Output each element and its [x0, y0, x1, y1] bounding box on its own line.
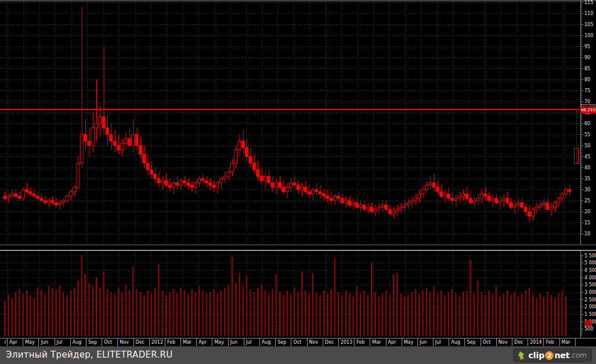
volume-bar	[169, 292, 170, 336]
volume-bar	[272, 289, 273, 336]
candle	[344, 201, 347, 203]
volume-bar	[8, 295, 9, 336]
candle	[363, 205, 366, 210]
volume-bar	[565, 297, 566, 336]
x-axis-label: Apr	[387, 338, 402, 346]
volume-bar	[485, 295, 486, 336]
volume-bar	[396, 273, 398, 336]
x-axis-label: Nov	[497, 338, 512, 346]
x-axis-label: Dec	[134, 338, 150, 346]
volume-bar	[48, 286, 49, 336]
candle	[201, 179, 204, 181]
volume-bar	[382, 293, 383, 336]
volume-bar	[221, 290, 222, 336]
volume-bar	[257, 287, 258, 336]
volume-bar	[540, 293, 541, 336]
volume-bar	[209, 292, 211, 336]
candle	[29, 192, 32, 194]
volume-bar	[518, 297, 519, 336]
candle	[51, 201, 54, 203]
volume-bar	[481, 292, 482, 336]
candle	[337, 196, 340, 198]
volume-bar	[294, 287, 295, 336]
volume-tick-label: 4 000	[584, 275, 596, 281]
candle	[304, 187, 307, 192]
candle	[308, 192, 310, 194]
candle	[366, 207, 369, 209]
price-tick-label: 30	[584, 187, 590, 192]
price-chart-panel[interactable]: 1151101051009590858075706560555045403530…	[0, 0, 596, 245]
x-axis-label: Mar	[560, 338, 576, 346]
candle	[179, 181, 182, 185]
volume-bar	[429, 292, 431, 336]
volume-bar	[345, 290, 346, 336]
volume-bar	[103, 271, 104, 336]
clip2net-logo[interactable]: clip 2 net .com	[513, 348, 592, 362]
x-axis-label: Mar	[181, 338, 197, 346]
x-axis-label: Dec	[323, 338, 339, 346]
volume-bar	[477, 281, 478, 336]
x-axis-label: 2014	[528, 338, 544, 346]
candle	[487, 196, 490, 201]
x-axis-label: Oct	[291, 338, 307, 346]
volume-bar	[440, 290, 442, 336]
volume-tick-label: 5 000	[584, 260, 596, 265]
volume-bar	[474, 293, 475, 336]
candle	[370, 207, 373, 212]
candle	[429, 183, 432, 185]
logo-text-net: net	[554, 351, 569, 360]
volume-bar	[301, 271, 302, 336]
x-axis-label: Feb	[544, 338, 559, 346]
candle	[10, 194, 13, 196]
candle	[157, 179, 160, 183]
candle	[32, 194, 35, 196]
candle	[55, 203, 57, 205]
volume-bar	[217, 293, 218, 336]
x-axis-label: 2013	[339, 338, 355, 346]
candle	[410, 201, 413, 203]
volume-bar	[385, 290, 387, 336]
time-axis-strip[interactable]: rAprMayJunJulAugSepOctNovDec2012FebMarAp…	[0, 338, 596, 346]
candle	[143, 154, 146, 163]
volume-chart-panel[interactable]: 5 5005 0004 5004 0003 5003 0002 5002 000…	[0, 251, 596, 338]
x-axis-label: Feb	[165, 338, 181, 346]
volume-bar	[426, 287, 427, 336]
candle	[554, 203, 557, 208]
price-tick-label: 10	[584, 231, 590, 236]
x-axis-label: Jun	[229, 338, 244, 346]
candle	[77, 163, 80, 187]
candle	[252, 163, 255, 169]
volume-bar	[510, 295, 511, 336]
volume-bar	[261, 285, 262, 336]
candle	[95, 123, 98, 128]
candle	[274, 183, 277, 188]
volume-bar	[85, 274, 86, 336]
volume-bar	[356, 286, 357, 336]
candle	[7, 196, 10, 198]
candle	[219, 179, 222, 183]
volume-bar	[543, 297, 544, 336]
volume-bar	[184, 290, 185, 336]
price-tick-label: 40	[584, 165, 590, 170]
volume-bar	[158, 264, 159, 336]
volume-bar	[41, 290, 42, 336]
volume-bar	[187, 293, 189, 336]
candle	[91, 128, 94, 145]
volume-bar	[312, 273, 313, 336]
candle	[543, 203, 546, 205]
volume-bar	[173, 289, 174, 336]
volume-bar	[569, 336, 570, 336]
volume-bar	[66, 295, 67, 336]
volume-tag-current: 42	[584, 321, 592, 326]
candle	[238, 141, 241, 150]
panel-separator[interactable]	[0, 245, 596, 251]
candle	[121, 143, 124, 150]
candle	[249, 156, 252, 163]
footer-title: Элитный Трейдер, ELITETRADER.RU	[6, 350, 173, 360]
volume-bar	[514, 292, 515, 336]
volume-tick-label: 500	[584, 326, 593, 332]
candle	[425, 185, 428, 190]
price-tick-label: 95	[584, 44, 590, 49]
volume-bar	[360, 293, 361, 336]
x-axis-label: Dec	[512, 338, 528, 346]
